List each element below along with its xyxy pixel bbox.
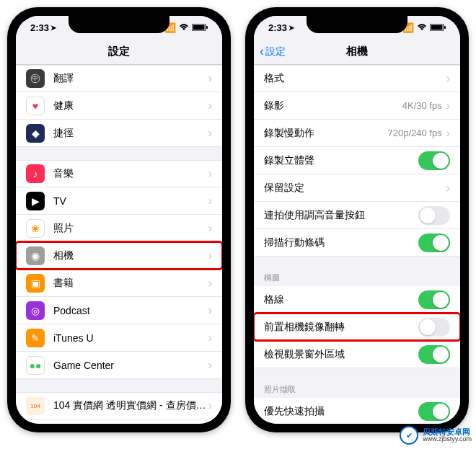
settings-row[interactable]: ♥健康› bbox=[16, 92, 222, 120]
row-label: 前置相機鏡像翻轉 bbox=[264, 321, 418, 334]
app-icon: ❀ bbox=[26, 219, 45, 238]
settings-row[interactable]: 格式› bbox=[254, 65, 460, 92]
row-label: 優先快速拍攝 bbox=[264, 405, 418, 418]
chevron-right-icon: › bbox=[208, 167, 212, 180]
row-label: 連拍使用調高音量按鈕 bbox=[264, 209, 418, 222]
toggle-switch[interactable] bbox=[418, 318, 450, 337]
toggle-knob bbox=[420, 208, 436, 223]
app-icon: ◉ bbox=[26, 246, 45, 265]
settings-row[interactable]: 連拍使用調高音量按鈕 bbox=[254, 202, 460, 229]
app-icon: ♪ bbox=[26, 164, 45, 183]
settings-row[interactable]: 掃描行動條碼 bbox=[254, 229, 460, 257]
settings-row[interactable]: •ᴗ•17› bbox=[16, 419, 222, 424]
phone-right: 2:33 ➤ 📶 ‹ 設定 相機 格式›錄影4K/30 fps›錄製慢動作720… bbox=[245, 7, 469, 432]
settings-row[interactable]: 錄製立體聲 bbox=[254, 147, 460, 174]
chevron-right-icon: › bbox=[208, 249, 212, 262]
app-icon: ◎ bbox=[26, 301, 45, 320]
row-label: 音樂 bbox=[53, 167, 208, 180]
chevron-right-icon: › bbox=[208, 195, 212, 208]
notch bbox=[307, 16, 407, 33]
row-label: 格式 bbox=[264, 72, 446, 85]
app-icon: ▶ bbox=[26, 192, 45, 210]
settings-row[interactable]: 104104 實價網 透明實價網 - 查房價？實...› bbox=[16, 392, 222, 419]
settings-row[interactable]: 錄影4K/30 fps› bbox=[254, 92, 460, 120]
app-icon: ●● bbox=[26, 356, 45, 375]
row-label: Game Center bbox=[53, 360, 208, 371]
toggle-switch[interactable] bbox=[418, 345, 450, 364]
settings-row[interactable]: ●●Game Center› bbox=[16, 352, 222, 379]
navbar: ‹ 設定 相機 bbox=[254, 39, 460, 65]
settings-row[interactable]: 前置相機鏡像翻轉 bbox=[254, 314, 460, 341]
app-icon: •ᴗ• bbox=[26, 424, 45, 424]
location-icon: ➤ bbox=[50, 24, 56, 32]
app-icon: ◆ bbox=[26, 124, 45, 143]
toggle-knob bbox=[433, 153, 449, 169]
svg-rect-1 bbox=[193, 25, 205, 30]
camera-settings-list[interactable]: 格式›錄影4K/30 fps›錄製慢動作720p/240 fps›錄製立體聲保留… bbox=[254, 65, 460, 424]
row-label: TV bbox=[53, 195, 208, 207]
wifi-icon bbox=[179, 22, 189, 33]
row-label: 保留設定 bbox=[264, 182, 446, 195]
settings-row[interactable]: 保留設定› bbox=[254, 174, 460, 202]
toggle-switch[interactable] bbox=[418, 206, 450, 225]
toggle-switch[interactable] bbox=[418, 234, 450, 252]
navbar: 設定 bbox=[16, 39, 222, 65]
chevron-right-icon: › bbox=[208, 127, 212, 140]
row-label: 錄影 bbox=[264, 99, 402, 112]
chevron-right-icon: › bbox=[208, 72, 212, 85]
svg-rect-5 bbox=[444, 26, 446, 29]
page-title: 相機 bbox=[346, 45, 368, 58]
app-icon: ㊥ bbox=[26, 69, 45, 88]
toggle-knob bbox=[433, 404, 449, 419]
settings-row[interactable]: ▣書籍› bbox=[16, 270, 222, 297]
settings-row[interactable]: ◎Podcast› bbox=[16, 297, 222, 324]
settings-row[interactable]: ▶TV› bbox=[16, 187, 222, 215]
settings-row[interactable]: 檢視觀景窗外區域 bbox=[254, 341, 460, 368]
settings-row[interactable]: ◆捷徑› bbox=[16, 120, 222, 147]
chevron-right-icon: › bbox=[208, 304, 212, 317]
back-label: 設定 bbox=[265, 45, 286, 58]
watermark-url: www.zjbstyy.com bbox=[423, 436, 472, 443]
svg-rect-4 bbox=[431, 25, 443, 30]
settings-list[interactable]: ㊥翻譯›♥健康›◆捷徑›♪音樂›▶TV›❀照片›◉相機›▣書籍›◎Podcast… bbox=[16, 65, 222, 424]
toggle-switch[interactable] bbox=[418, 402, 450, 421]
row-label: 格線 bbox=[264, 293, 418, 306]
toggle-knob bbox=[433, 292, 449, 308]
settings-row[interactable]: 優先快速拍攝 bbox=[254, 398, 460, 424]
chevron-right-icon: › bbox=[208, 399, 212, 412]
row-detail: 4K/30 fps bbox=[402, 100, 442, 111]
row-label: 錄製慢動作 bbox=[264, 127, 387, 140]
settings-row[interactable]: ◉相機› bbox=[16, 242, 222, 270]
battery-icon bbox=[192, 22, 208, 33]
toggle-knob bbox=[433, 347, 449, 363]
notch bbox=[69, 16, 169, 33]
row-label: 健康 bbox=[53, 99, 208, 112]
chevron-right-icon: › bbox=[208, 99, 212, 112]
toggle-switch[interactable] bbox=[418, 151, 450, 170]
toggle-switch[interactable] bbox=[418, 290, 450, 309]
status-time: 2:33 bbox=[268, 22, 287, 33]
settings-row[interactable]: 格線 bbox=[254, 286, 460, 314]
settings-row[interactable]: 錄製慢動作720p/240 fps› bbox=[254, 120, 460, 147]
row-label: 翻譯 bbox=[53, 72, 208, 85]
row-label: 書籍 bbox=[53, 277, 208, 290]
row-detail: 720p/240 fps bbox=[387, 128, 441, 138]
settings-row[interactable]: ❀照片› bbox=[16, 215, 222, 242]
toggle-knob bbox=[420, 319, 436, 335]
row-label: 錄製立體聲 bbox=[264, 154, 418, 167]
row-label: Podcast bbox=[53, 305, 208, 316]
settings-row[interactable]: ㊥翻譯› bbox=[16, 65, 222, 92]
settings-row[interactable]: ♪音樂› bbox=[16, 160, 222, 187]
chevron-right-icon: › bbox=[208, 359, 212, 372]
toggle-knob bbox=[433, 235, 449, 251]
row-label: 104 實價網 透明實價網 - 查房價？實... bbox=[53, 399, 208, 412]
status-time: 2:33 bbox=[30, 22, 49, 33]
chevron-right-icon: › bbox=[446, 72, 450, 85]
chevron-right-icon: › bbox=[446, 127, 450, 140]
chevron-right-icon: › bbox=[208, 332, 212, 344]
back-button[interactable]: ‹ 設定 bbox=[260, 44, 286, 59]
watermark-logo-icon: ✔ bbox=[400, 426, 418, 445]
row-label: 照片 bbox=[53, 222, 208, 235]
app-icon: ♥ bbox=[26, 97, 45, 115]
settings-row[interactable]: ✎iTunes U› bbox=[16, 324, 222, 352]
